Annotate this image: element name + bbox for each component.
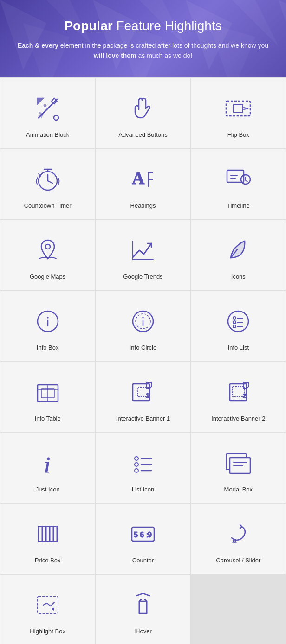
- svg-point-32: [233, 539, 236, 542]
- interactive-banner-1-label: Interactive Banner 1: [116, 415, 170, 422]
- countdown-timer-label: Countdown Timer: [24, 202, 72, 209]
- counter-label: Counter: [132, 557, 154, 564]
- icons-icon: [222, 234, 254, 267]
- svg-point-7: [46, 244, 50, 249]
- features-grid: Animation Block Advanced Buttons Flip Bo…: [0, 77, 286, 644]
- counter-icon: 5 6 : 9: [127, 518, 159, 550]
- feature-item-countdown-timer[interactable]: Countdown Timer: [0, 149, 95, 219]
- google-trends-icon: [127, 234, 159, 267]
- carousel-slider-icon: [222, 518, 254, 550]
- feature-item-just-icon[interactable]: i Just Icon: [0, 433, 95, 503]
- feature-item-info-table[interactable]: Info Table: [0, 362, 95, 432]
- svg-point-11: [228, 311, 248, 332]
- svg-point-25: [135, 463, 138, 466]
- modal-box-icon: [222, 447, 254, 479]
- svg-point-24: [135, 457, 138, 460]
- highlight-box-icon: [32, 589, 64, 621]
- advanced-buttons-label: Advanced Buttons: [118, 131, 168, 138]
- info-circle-label: Info Circle: [130, 344, 157, 351]
- feature-item-info-box[interactable]: Info Box: [0, 291, 95, 361]
- animation-block-label: Animation Block: [26, 131, 69, 138]
- info-list-icon: [222, 305, 254, 338]
- feature-item-carousel-slider[interactable]: Carousel / Slider: [191, 504, 286, 574]
- info-list-label: Info List: [228, 344, 249, 351]
- info-circle-icon: [127, 305, 159, 338]
- ihover-icon: [127, 589, 159, 621]
- feature-item-highlight-box[interactable]: Highlight Box: [0, 575, 95, 644]
- svg-point-14: [233, 325, 236, 328]
- timeline-label: Timeline: [227, 202, 250, 209]
- feature-item-info-circle[interactable]: Info Circle: [96, 291, 190, 361]
- svg-text:9: 9: [148, 531, 152, 539]
- svg-point-12: [233, 317, 236, 319]
- feature-item-icons[interactable]: Icons: [191, 220, 286, 290]
- timeline-icon: [222, 163, 254, 196]
- feature-item-headings[interactable]: A Headings: [96, 149, 190, 219]
- price-box-label: Price Box: [35, 557, 61, 564]
- advanced-buttons-icon: [127, 92, 159, 125]
- just-icon-label: Just Icon: [36, 486, 60, 493]
- feature-item-list-icon[interactable]: List Icon: [96, 433, 190, 503]
- ihover-label: iHover: [134, 628, 152, 635]
- countdown-timer-icon: [32, 163, 64, 196]
- svg-text:1: 1: [146, 392, 150, 399]
- svg-text:A: A: [132, 168, 145, 188]
- headings-label: Headings: [130, 202, 156, 209]
- list-icon-icon: [127, 447, 159, 479]
- feature-item-modal-box[interactable]: Modal Box: [191, 433, 286, 503]
- svg-text:i: i: [44, 453, 50, 477]
- svg-point-0: [54, 115, 58, 120]
- svg-point-13: [233, 321, 236, 324]
- modal-box-label: Modal Box: [224, 486, 253, 493]
- feature-item-animation-block[interactable]: Animation Block: [0, 78, 95, 148]
- just-icon-icon: i: [32, 447, 64, 479]
- interactive-banner-1-icon: 1: [127, 376, 159, 408]
- feature-item-counter[interactable]: 5 6 : 9 Counter: [96, 504, 190, 574]
- info-table-icon: [32, 376, 64, 408]
- icons-label: Icons: [231, 273, 246, 280]
- animation-block-icon: [32, 92, 64, 125]
- interactive-banner-2-label: Interactive Banner 2: [211, 415, 265, 422]
- feature-item-timeline[interactable]: Timeline: [191, 149, 286, 219]
- svg-rect-33: [38, 597, 58, 613]
- header: Popular Feature Highlights Each & every …: [0, 0, 286, 77]
- feature-item-google-trends[interactable]: Google Trends: [96, 220, 190, 290]
- info-box-label: Info Box: [37, 344, 59, 351]
- page-subtitle: Each & every element in the package is c…: [14, 40, 272, 61]
- feature-item-ihover[interactable]: iHover: [96, 575, 190, 644]
- svg-text:2: 2: [243, 392, 246, 399]
- info-table-label: Info Table: [35, 415, 61, 422]
- flip-box-icon: [222, 92, 254, 125]
- feature-item-interactive-banner-1[interactable]: 1 Interactive Banner 1: [96, 362, 190, 432]
- svg-point-26: [135, 469, 138, 472]
- feature-item-flip-box[interactable]: Flip Box: [191, 78, 286, 148]
- flip-box-label: Flip Box: [228, 131, 249, 138]
- google-trends-label: Google Trends: [123, 273, 162, 280]
- highlight-box-label: Highlight Box: [30, 628, 65, 635]
- feature-item-info-list[interactable]: Info List: [191, 291, 286, 361]
- page-title: Popular Feature Highlights: [14, 19, 272, 33]
- svg-text:5 6 :: 5 6 :: [134, 531, 149, 539]
- interactive-banner-2-icon: 2: [222, 376, 254, 408]
- info-box-icon: [32, 305, 64, 338]
- carousel-slider-label: Carousel / Slider: [216, 557, 260, 564]
- svg-point-1: [44, 104, 46, 107]
- list-icon-label: List Icon: [132, 486, 154, 493]
- feature-item-google-maps[interactable]: Google Maps: [0, 220, 95, 290]
- feature-item-price-box[interactable]: Price Box: [0, 504, 95, 574]
- price-box-icon: [32, 518, 64, 550]
- google-maps-icon: [32, 234, 64, 267]
- feature-item-advanced-buttons[interactable]: Advanced Buttons: [96, 78, 190, 148]
- google-maps-label: Google Maps: [30, 273, 65, 280]
- headings-icon: A: [127, 163, 159, 196]
- feature-item-interactive-banner-2[interactable]: 2 Interactive Banner 2: [191, 362, 286, 432]
